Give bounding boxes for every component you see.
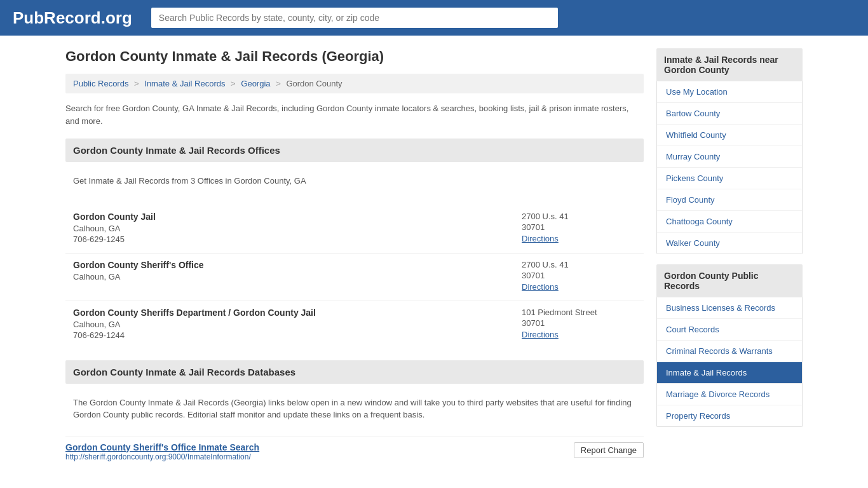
sidebar-nearby-section: Inmate & Jail Records near Gordon County… <box>656 48 803 254</box>
sidebar-item-property-records[interactable]: Property Records <box>657 405 802 426</box>
content-area: Gordon County Inmate & Jail Records (Geo… <box>65 48 644 466</box>
directions-link[interactable]: Directions <box>522 330 559 339</box>
office-name: Gordon County Sheriffs Department / Gord… <box>73 308 522 318</box>
db-link-title[interactable]: Gordon County Sheriff's Office Inmate Se… <box>65 442 574 452</box>
sidebar-item-inmate-jail[interactable]: Inmate & Jail Records <box>657 362 802 384</box>
office-phone: 706-629-1245 <box>73 234 522 244</box>
office-left: Gordon County Sheriff's Office Calhoun, … <box>73 260 522 292</box>
sidebar-nearby-header: Inmate & Jail Records near Gordon County <box>656 48 803 81</box>
sidebar: Inmate & Jail Records near Gordon County… <box>656 48 803 466</box>
sidebar-item-marriage-divorce[interactable]: Marriage & Divorce Records <box>657 384 802 405</box>
directions-link[interactable]: Directions <box>522 234 559 243</box>
breadcrumb-sep-1: > <box>134 79 139 88</box>
db-entry: Gordon County Sheriff's Office Inmate Se… <box>65 437 644 466</box>
offices-subtext: Get Inmate & Jail Records from 3 Offices… <box>65 170 644 194</box>
db-link-url[interactable]: http://sheriff.gordoncounty.org:9000/Inm… <box>65 452 574 461</box>
office-address: 2700 U.s. 41 <box>522 212 636 221</box>
databases-section: Gordon County Inmate & Jail Records Data… <box>65 360 644 466</box>
breadcrumb: Public Records > Inmate & Jail Records >… <box>65 74 644 93</box>
db-entry-left: Gordon County Sheriff's Office Inmate Se… <box>65 442 574 461</box>
office-zip: 30701 <box>522 222 636 232</box>
offices-section-header: Gordon County Inmate & Jail Records Offi… <box>65 139 644 162</box>
page-description: Search for free Gordon County, GA Inmate… <box>65 102 644 127</box>
office-phone: 706-629-1244 <box>73 330 522 340</box>
main-container: Gordon County Inmate & Jail Records (Geo… <box>53 36 815 466</box>
search-input[interactable] <box>151 8 558 28</box>
breadcrumb-sep-3: > <box>276 79 281 88</box>
office-city: Calhoun, GA <box>73 320 522 329</box>
office-right: 101 Piedmont Street 30701 Directions <box>522 308 636 340</box>
sidebar-item-whitfield[interactable]: Whitfield County <box>657 125 802 146</box>
office-entry: Gordon County Jail Calhoun, GA 706-629-1… <box>65 205 644 254</box>
sidebar-item-criminal-records[interactable]: Criminal Records & Warrants <box>657 341 802 362</box>
office-zip: 30701 <box>522 318 636 328</box>
office-address: 101 Piedmont Street <box>522 308 636 317</box>
office-left: Gordon County Sheriffs Department / Gord… <box>73 308 522 340</box>
office-name: Gordon County Jail <box>73 212 522 222</box>
office-city: Calhoun, GA <box>73 272 522 281</box>
office-name: Gordon County Sheriff's Office <box>73 260 522 270</box>
office-entry: Gordon County Sheriffs Department / Gord… <box>65 301 644 349</box>
breadcrumb-item-gordon-county: Gordon County <box>286 79 342 88</box>
sidebar-item-walker[interactable]: Walker County <box>657 233 802 254</box>
site-logo[interactable]: PubRecord.org <box>13 8 132 28</box>
sidebar-item-court-records[interactable]: Court Records <box>657 319 802 341</box>
report-change-button[interactable]: Report Change <box>574 442 644 458</box>
sidebar-item-pickens[interactable]: Pickens County <box>657 168 802 189</box>
directions-link[interactable]: Directions <box>522 282 559 292</box>
breadcrumb-sep-2: > <box>231 79 236 88</box>
sidebar-item-business-licenses[interactable]: Business Licenses & Records <box>657 297 802 319</box>
breadcrumb-item-georgia[interactable]: Georgia <box>241 79 270 88</box>
sidebar-public-records-section: Gordon County Public Records Business Li… <box>656 264 803 427</box>
sidebar-item-floyd[interactable]: Floyd County <box>657 189 802 211</box>
office-entry: Gordon County Sheriff's Office Calhoun, … <box>65 254 644 301</box>
sidebar-item-use-location[interactable]: Use My Location <box>657 81 802 103</box>
office-zip: 30701 <box>522 271 636 280</box>
office-city: Calhoun, GA <box>73 224 522 233</box>
site-header: PubRecord.org <box>0 0 868 36</box>
office-right: 2700 U.s. 41 30701 Directions <box>522 212 636 244</box>
offices-section: Gordon County Inmate & Jail Records Offi… <box>65 139 644 349</box>
sidebar-item-murray[interactable]: Murray County <box>657 146 802 168</box>
breadcrumb-item-public-records[interactable]: Public Records <box>73 79 128 88</box>
breadcrumb-item-inmate-jail[interactable]: Inmate & Jail Records <box>144 79 225 88</box>
office-left: Gordon County Jail Calhoun, GA 706-629-1… <box>73 212 522 244</box>
databases-section-header: Gordon County Inmate & Jail Records Data… <box>65 360 644 384</box>
sidebar-item-chattooga[interactable]: Chattooga County <box>657 211 802 233</box>
sidebar-public-records-items: Business Licenses & Records Court Record… <box>656 297 803 427</box>
sidebar-public-records-header: Gordon County Public Records <box>656 264 803 297</box>
office-right: 2700 U.s. 41 30701 Directions <box>522 260 636 292</box>
office-address: 2700 U.s. 41 <box>522 260 636 269</box>
sidebar-nearby-items: Use My Location Bartow County Whitfield … <box>656 81 803 254</box>
databases-description: The Gordon County Inmate & Jail Records … <box>65 391 644 428</box>
page-title: Gordon County Inmate & Jail Records (Geo… <box>65 48 644 65</box>
sidebar-item-bartow[interactable]: Bartow County <box>657 103 802 125</box>
search-container <box>151 8 558 28</box>
